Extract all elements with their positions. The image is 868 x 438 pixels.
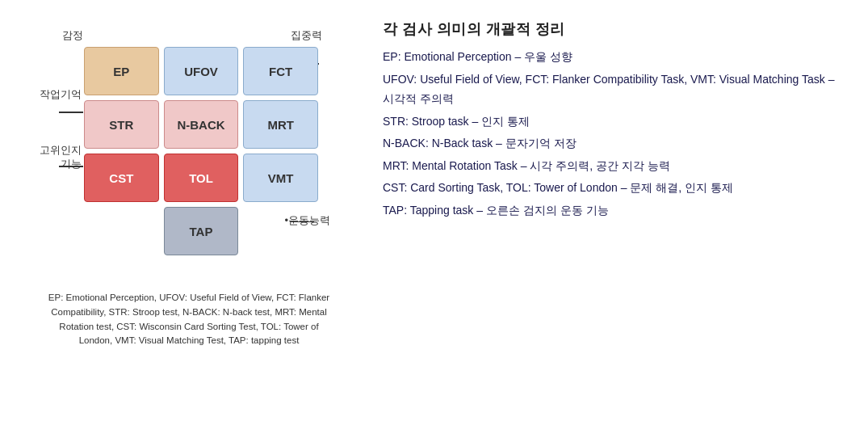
line-고위인지: [59, 166, 83, 167]
cell-tol: TOL: [164, 154, 239, 202]
label-작업기억: 작업기억: [40, 87, 82, 102]
right-title: 각 검사 의미의 개괄적 정리: [383, 19, 849, 39]
line-작업기억: [59, 112, 83, 113]
right-line-7: TAP: Tapping task – 오른손 검지의 운동 기능: [383, 200, 849, 221]
cell-fct: FCT: [243, 47, 318, 95]
right-content: EP: Emotional Perception – 우울 성향 UFOV: U…: [383, 47, 849, 220]
cell-vmt: VMT: [243, 154, 318, 202]
cell-ep: EP: [84, 47, 159, 95]
cell-str: STR: [84, 100, 159, 149]
diagram-caption: EP: Emotional Perception, UFOV: Useful F…: [40, 291, 338, 348]
cell-tap: TAP: [164, 207, 239, 255]
left-panel: 감정 집중력 작업기억 고위인지 기능 •운동능력 EP UFOV FCT ST…: [19, 16, 359, 422]
cell-mrt: MRT: [243, 100, 318, 149]
cell-cst: CST: [84, 154, 159, 202]
right-line-5: MRT: Mental Rotation Task – 시각 주의력, 공간 지…: [383, 156, 849, 176]
right-panel: 각 검사 의미의 개괄적 정리 EP: Emotional Perception…: [359, 16, 849, 422]
right-line-6: CST: Card Sorting Task, TOL: Tower of Lo…: [383, 178, 849, 198]
task-grid: EP UFOV FCT STR N-BACK MRT CST TOL VMT T…: [84, 47, 318, 255]
cell-empty-1: [84, 207, 159, 255]
label-고위인지기능: 고위인지 기능: [40, 144, 82, 171]
right-line-3: STR: Stroop task – 인지 통제: [383, 112, 849, 132]
label-감정: 감정: [62, 28, 83, 43]
cell-nback: N-BACK: [164, 100, 239, 149]
cell-ufov: UFOV: [164, 47, 239, 95]
label-집중력: 집중력: [291, 28, 322, 43]
diagram-container: 감정 집중력 작업기억 고위인지 기능 •운동능력 EP UFOV FCT ST…: [40, 24, 338, 283]
right-line-4: N-BACK: N-Back task – 문자기억 저장: [383, 133, 849, 154]
cell-empty-2: [243, 207, 318, 255]
right-line-1: EP: Emotional Perception – 우울 성향: [383, 47, 849, 67]
right-line-2: UFOV: Useful Field of View, FCT: Flanker…: [383, 69, 849, 109]
